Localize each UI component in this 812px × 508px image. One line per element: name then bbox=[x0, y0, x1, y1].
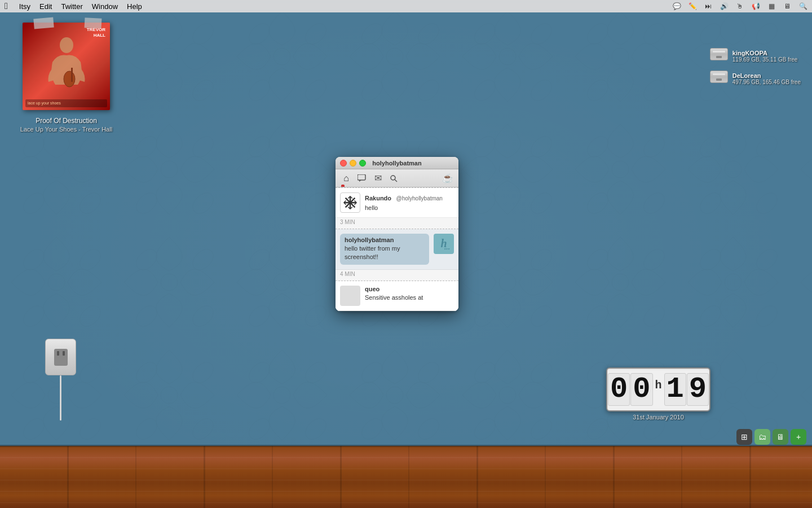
avatar-rakundo bbox=[340, 192, 360, 213]
hard-drives: kingKOOPA 119.69 GB, 35.11 GB free DeLor… bbox=[710, 48, 801, 93]
drive-name-delorean: DeLorean bbox=[732, 72, 801, 79]
clock-widget: 0 0 h 1 9 31st January 2010 bbox=[606, 367, 710, 421]
window-toolbar: ⌂ ✉ ☕ bbox=[336, 169, 458, 187]
drive-icon-kingkoopa bbox=[710, 48, 728, 64]
menubar-search-icon[interactable]: 🔍 bbox=[798, 2, 807, 11]
tweet-item-queo: queo Sensitive assholes at bbox=[336, 281, 458, 311]
floor bbox=[0, 446, 812, 508]
tweet-body-rakundo: Rakundo @holyhollybatman hello bbox=[365, 192, 454, 213]
menu-window[interactable]: Window bbox=[92, 2, 118, 11]
twitter-window[interactable]: holyhollybatman ⌂ ✉ ☕ bbox=[336, 157, 458, 311]
power-plug-icon bbox=[54, 349, 68, 366]
svg-text:...: ... bbox=[444, 243, 450, 251]
avatar-holly: h ... bbox=[434, 234, 454, 254]
clock-h-label: h bbox=[654, 378, 663, 393]
album-widget: TREVOR HALL lace up your shoes P bbox=[17, 23, 116, 133]
drive-size-kingkoopa: 119.69 GB, 35.11 GB free bbox=[732, 56, 798, 63]
window-content[interactable]: Rakundo @holyhollybatman hello 3 MIN hol… bbox=[336, 187, 458, 311]
power-widget bbox=[45, 339, 76, 421]
menubar-monitor-icon[interactable]: 🖥 bbox=[783, 2, 792, 11]
window-title: holyhollybatman bbox=[372, 160, 421, 167]
menu-help[interactable]: Help bbox=[127, 2, 142, 11]
clock-hour-ones: 0 bbox=[630, 373, 652, 406]
dock-area bbox=[0, 445, 812, 447]
tweet-body-queo: queo Sensitive assholes at bbox=[365, 286, 454, 306]
clock-display: 0 0 h 1 9 bbox=[606, 367, 710, 411]
svg-rect-2 bbox=[71, 68, 73, 82]
tweet-username-holly: holyhollybatman bbox=[345, 237, 425, 243]
own-tweet-body: holyhollybatman hello twitter from my sc… bbox=[340, 234, 429, 265]
menubar-film-icon[interactable]: ⏭ bbox=[704, 2, 713, 11]
power-adapter bbox=[45, 339, 76, 375]
album-tape-left bbox=[33, 17, 54, 29]
dock-icon-monitor[interactable]: 🖥 bbox=[773, 429, 788, 445]
toolbar-dm-icon[interactable]: ✉ bbox=[372, 172, 384, 185]
album-name: Proof Of Destruction bbox=[17, 117, 116, 125]
power-cord bbox=[60, 375, 61, 421]
toolbar-coffee-icon[interactable]: ☕ bbox=[442, 172, 454, 185]
clock-min-tens: 1 bbox=[664, 373, 686, 406]
dock-icon-green[interactable]: + bbox=[791, 429, 806, 445]
toolbar-mentions-icon[interactable] bbox=[356, 172, 368, 185]
drive-item-kingkoopa[interactable]: kingKOOPA 119.69 GB, 35.11 GB free bbox=[710, 48, 801, 64]
clock-min-ones: 9 bbox=[687, 373, 709, 406]
svg-point-4 bbox=[391, 176, 395, 180]
dock-icons: ⊞ 🗂 🖥 + bbox=[736, 429, 806, 445]
menubar-chat-icon[interactable]: 💬 bbox=[672, 2, 681, 11]
menubar-mouse-icon[interactable]: 🖱 bbox=[735, 2, 744, 11]
tweet-username-queo: queo bbox=[365, 286, 454, 292]
clock-date: 31st January 2010 bbox=[606, 414, 710, 421]
menubar-pen-icon[interactable]: ✏️ bbox=[688, 2, 697, 11]
drive-name-kingkoopa: kingKOOPA bbox=[732, 50, 798, 56]
dock-icon-finder[interactable]: 🗂 bbox=[754, 429, 770, 445]
menu-edit[interactable]: Edit bbox=[39, 2, 52, 11]
menubar:  Itsy Edit Twitter Window Help 💬 ✏️ ⏭ 🔊… bbox=[0, 0, 812, 12]
svg-point-1 bbox=[64, 71, 75, 87]
tweet-text-rakundo: hello bbox=[365, 204, 454, 212]
menubar-grid-icon[interactable]: ▦ bbox=[767, 2, 776, 11]
active-indicator bbox=[341, 185, 345, 187]
window-minimize-button[interactable] bbox=[350, 160, 356, 167]
tweet-item-rakundo: Rakundo @holyhollybatman hello bbox=[336, 188, 458, 218]
menu-twitter[interactable]: Twitter bbox=[61, 2, 82, 11]
tweet-text-holly: hello twitter from my screenshot!! bbox=[345, 244, 425, 262]
album-tape-right bbox=[85, 17, 102, 29]
album-cover-title: TREVOR HALL bbox=[87, 27, 105, 39]
drive-icon-delorean bbox=[710, 71, 728, 86]
tweet-time-rakundo: 3 MIN bbox=[336, 218, 458, 229]
toolbar-search-icon[interactable] bbox=[387, 172, 400, 185]
avatar-queo bbox=[340, 286, 360, 306]
menu-itsy[interactable]: Itsy bbox=[19, 2, 30, 11]
album-track: Lace Up Your Shoes - Trevor Hall bbox=[17, 126, 116, 133]
tweet-username-rakundo: Rakundo bbox=[365, 195, 391, 202]
svg-point-0 bbox=[60, 37, 73, 53]
drive-item-delorean[interactable]: DeLorean 497.96 GB, 165.46 GB free bbox=[710, 71, 801, 86]
toolbar-home-icon[interactable]: ⌂ bbox=[340, 172, 352, 185]
tweet-handle-rakundo: @holyhollybatman bbox=[396, 195, 443, 202]
drive-size-delorean: 497.96 GB, 165.46 GB free bbox=[732, 79, 801, 85]
tweet-item-holly: holyhollybatman hello twitter from my sc… bbox=[336, 229, 458, 270]
apple-menu[interactable]:  bbox=[5, 1, 8, 11]
window-maximize-button[interactable] bbox=[359, 160, 366, 167]
window-close-button[interactable] bbox=[340, 160, 347, 167]
menubar-vol-icon[interactable]: 🔊 bbox=[720, 2, 729, 11]
menubar-speaker-icon[interactable]: 📢 bbox=[751, 2, 760, 11]
tweet-text-queo: Sensitive assholes at bbox=[365, 294, 454, 302]
dock-icon-grid[interactable]: ⊞ bbox=[736, 429, 752, 445]
clock-hour-tens: 0 bbox=[608, 373, 630, 406]
svg-line-5 bbox=[395, 179, 397, 182]
tweet-time-holly: 4 MIN bbox=[336, 270, 458, 281]
window-titlebar: holyhollybatman bbox=[336, 157, 458, 169]
album-cover[interactable]: TREVOR HALL lace up your shoes bbox=[23, 23, 110, 110]
svg-rect-3 bbox=[358, 174, 365, 180]
